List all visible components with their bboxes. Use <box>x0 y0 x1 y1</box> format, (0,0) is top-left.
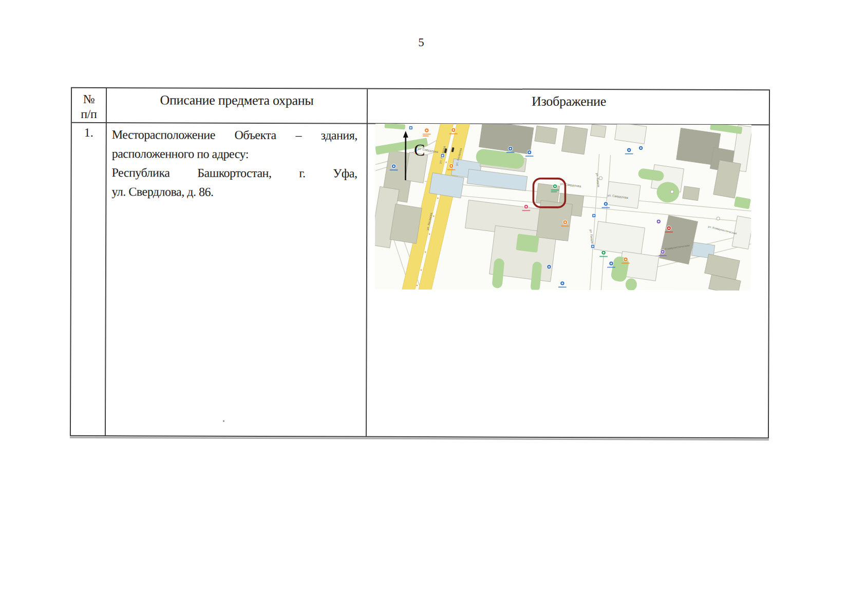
poi-label-mark <box>665 232 673 233</box>
description-line-4: ул. Свердлова, д. 86. <box>111 182 357 202</box>
header-number-sub: п/п <box>81 107 97 122</box>
protection-object-table: № п/п Описание предмета охраны Изображен… <box>70 87 770 438</box>
poi-label-mark <box>525 156 534 157</box>
poi-label-mark <box>423 134 431 135</box>
description-line-1: Месторасположение Объекта – здания, <box>112 125 357 145</box>
header-col-image: Изображение <box>368 89 770 124</box>
location-map-image: ул. Аксаковаул. Аксаковаул. Аксаковаул. … <box>375 124 751 291</box>
poi-label-mark <box>423 136 429 137</box>
header-col-number: № п/п <box>72 88 106 122</box>
scan-artifact-line <box>70 437 769 440</box>
poi-label-mark <box>449 133 458 134</box>
poi-label-mark <box>506 152 515 153</box>
poi-label-mark <box>607 267 615 268</box>
poi-label-mark <box>447 169 456 170</box>
map-dot <box>717 217 720 220</box>
description-line-2: расположенного по адресу: <box>112 144 357 164</box>
poi-label-mark <box>622 263 630 264</box>
poi-label-mark <box>551 191 557 192</box>
scanned-document-page: 5 № п/п Описание предмета охраны Изображ… <box>0 0 847 616</box>
poi-label-mark <box>601 207 610 208</box>
poi-label-mark <box>561 225 569 226</box>
header-number-sign: № <box>83 92 95 107</box>
row-index-cell: 1. <box>71 123 106 436</box>
page-number: 5 <box>396 36 447 49</box>
poi-label-mark <box>390 169 398 170</box>
poi-label-mark <box>522 210 530 211</box>
stray-ink-dot <box>223 420 224 422</box>
poi-label-mark <box>658 255 667 256</box>
header-col-description: Описание предмета охраны <box>107 88 367 123</box>
poi-label-mark <box>625 153 633 155</box>
poi-label-mark <box>558 286 567 287</box>
poi-label-mark <box>599 256 608 257</box>
poi-label-mark <box>551 189 559 190</box>
map-dot <box>670 190 673 194</box>
north-label: С <box>414 141 425 159</box>
description-cell: Месторасположение Объекта – здания, расп… <box>106 123 367 437</box>
description-line-3: Республика Башкортостан, г. Уфа, <box>111 163 357 183</box>
map-dot <box>599 177 603 180</box>
